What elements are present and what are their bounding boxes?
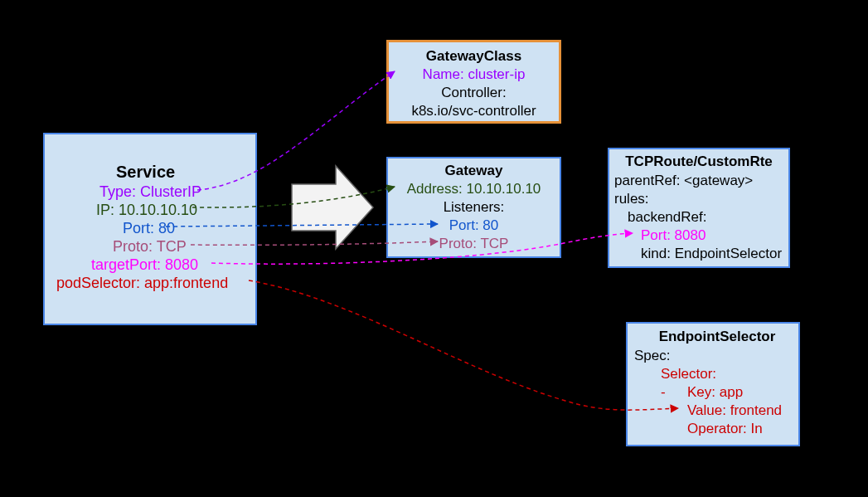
endpointselector-selector: Selector: <box>661 365 716 383</box>
route-port: Port: 8080 <box>641 227 706 245</box>
route-backendref: backendRef: <box>628 208 706 227</box>
gatewayclass-box: GatewayClass Name: cluster-ip Controller… <box>386 40 561 124</box>
service-podselector: podSelector: app:frontend <box>56 274 228 293</box>
service-port: Port: 80 <box>123 219 175 238</box>
endpointselector-spec: Spec: <box>634 347 670 365</box>
endpointselector-value: Value: frontend <box>687 402 782 420</box>
route-parentref: parentRef: <gateway> <box>614 172 753 190</box>
gateway-proto: Proto: TCP <box>388 235 560 253</box>
gateway-address: Address: 10.10.10.10 <box>388 180 560 198</box>
service-targetport: targetPort: 8080 <box>91 256 198 275</box>
service-ip: IP: 10.10.10.10 <box>96 201 197 220</box>
endpointselector-key: Key: app <box>687 383 743 402</box>
endpointselector-dash: - <box>661 383 666 402</box>
service-box: Service Type: ClusterIP IP: 10.10.10.10 … <box>43 133 257 325</box>
gateway-port: Port: 80 <box>388 217 560 235</box>
route-box: TCPRoute/CustomRte parentRef: <gateway> … <box>608 148 790 268</box>
endpointselector-title: EndpointSelector <box>636 328 798 346</box>
gateway-title: Gateway <box>388 162 560 180</box>
route-kind: kind: EndpointSelector <box>641 245 782 263</box>
gatewayclass-name: Name: cluster-ip <box>389 66 559 84</box>
route-title: TCPRoute/CustomRte <box>609 153 788 171</box>
service-type: Type: ClusterIP <box>99 183 201 202</box>
gatewayclass-title: GatewayClass <box>389 47 559 66</box>
gatewayclass-controller-label: Controller: <box>389 84 559 102</box>
service-proto: Proto: TCP <box>113 237 187 256</box>
endpointselector-operator: Operator: In <box>687 420 763 438</box>
gatewayclass-controller-value: k8s.io/svc-controller <box>389 102 559 120</box>
gateway-listeners: Listeners: <box>388 198 560 217</box>
conn-podselector-to-endpoint <box>249 280 678 410</box>
service-title: Service <box>116 161 175 183</box>
gateway-box: Gateway Address: 10.10.10.10 Listeners: … <box>386 157 561 258</box>
endpointselector-box: EndpointSelector Spec: Selector: - Key: … <box>626 322 800 446</box>
route-rules: rules: <box>614 190 649 208</box>
